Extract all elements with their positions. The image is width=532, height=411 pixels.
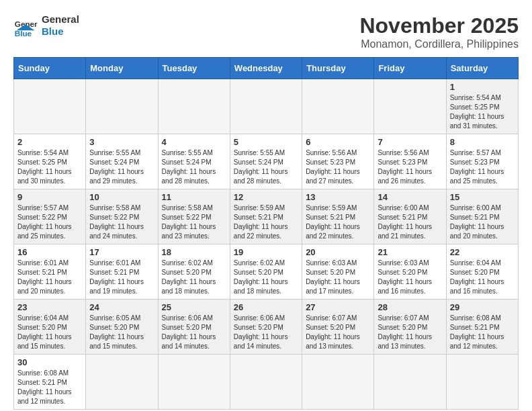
day-info: Sunrise: 5:57 AM Sunset: 5:22 PM Dayligh… bbox=[17, 203, 82, 241]
weekday-header-tuesday: Tuesday bbox=[158, 58, 230, 79]
calendar-cell: 1Sunrise: 5:54 AM Sunset: 5:25 PM Daylig… bbox=[446, 79, 518, 134]
title-section: November 2025 Monamon, Cordillera, Phili… bbox=[359, 13, 519, 50]
day-info: Sunrise: 6:02 AM Sunset: 5:20 PM Dayligh… bbox=[162, 259, 226, 296]
location-subtitle: Monamon, Cordillera, Philippines bbox=[359, 38, 519, 50]
day-number: 13 bbox=[306, 192, 370, 202]
calendar-week-row: 16Sunrise: 6:01 AM Sunset: 5:21 PM Dayli… bbox=[14, 244, 519, 300]
day-number: 2 bbox=[17, 137, 82, 147]
day-number: 20 bbox=[306, 247, 370, 257]
weekday-header-row: SundayMondayTuesdayWednesdayThursdayFrid… bbox=[14, 58, 519, 79]
calendar-cell: 11Sunrise: 5:58 AM Sunset: 5:22 PM Dayli… bbox=[158, 189, 230, 244]
day-info: Sunrise: 5:54 AM Sunset: 5:25 PM Dayligh… bbox=[17, 148, 82, 186]
day-number: 11 bbox=[162, 192, 226, 202]
calendar-cell: 16Sunrise: 6:01 AM Sunset: 5:21 PM Dayli… bbox=[14, 244, 86, 300]
calendar-cell: 28Sunrise: 6:07 AM Sunset: 5:20 PM Dayli… bbox=[374, 300, 446, 355]
day-info: Sunrise: 5:55 AM Sunset: 5:24 PM Dayligh… bbox=[162, 148, 226, 186]
day-info: Sunrise: 6:04 AM Sunset: 5:20 PM Dayligh… bbox=[17, 314, 82, 351]
calendar-cell bbox=[374, 355, 446, 410]
day-number: 9 bbox=[17, 192, 82, 202]
day-number: 10 bbox=[89, 192, 154, 202]
calendar-cell: 27Sunrise: 6:07 AM Sunset: 5:20 PM Dayli… bbox=[302, 300, 374, 355]
day-info: Sunrise: 6:01 AM Sunset: 5:21 PM Dayligh… bbox=[17, 259, 82, 296]
weekday-header-wednesday: Wednesday bbox=[230, 58, 302, 79]
day-info: Sunrise: 5:55 AM Sunset: 5:24 PM Dayligh… bbox=[234, 148, 298, 186]
calendar-week-row: 30Sunrise: 6:08 AM Sunset: 5:21 PM Dayli… bbox=[14, 355, 519, 410]
calendar-cell: 10Sunrise: 5:58 AM Sunset: 5:22 PM Dayli… bbox=[86, 189, 158, 244]
calendar-cell: 15Sunrise: 6:00 AM Sunset: 5:21 PM Dayli… bbox=[446, 189, 518, 244]
calendar-cell: 25Sunrise: 6:06 AM Sunset: 5:20 PM Dayli… bbox=[158, 300, 230, 355]
day-number: 30 bbox=[17, 357, 82, 367]
weekday-header-saturday: Saturday bbox=[446, 58, 518, 79]
day-info: Sunrise: 6:08 AM Sunset: 5:21 PM Dayligh… bbox=[450, 314, 515, 351]
day-number: 23 bbox=[17, 302, 82, 312]
day-number: 1 bbox=[450, 82, 515, 92]
day-info: Sunrise: 6:05 AM Sunset: 5:20 PM Dayligh… bbox=[89, 314, 154, 351]
logo: General Blue General Blue bbox=[13, 13, 79, 38]
calendar-table: SundayMondayTuesdayWednesdayThursdayFrid… bbox=[13, 57, 519, 410]
day-number: 3 bbox=[89, 137, 154, 147]
calendar-cell: 6Sunrise: 5:56 AM Sunset: 5:23 PM Daylig… bbox=[302, 134, 374, 189]
day-number: 27 bbox=[306, 302, 370, 312]
day-number: 8 bbox=[450, 137, 515, 147]
weekday-header-friday: Friday bbox=[374, 58, 446, 79]
day-info: Sunrise: 6:07 AM Sunset: 5:20 PM Dayligh… bbox=[306, 314, 370, 351]
month-title: November 2025 bbox=[359, 13, 519, 38]
day-number: 12 bbox=[234, 192, 298, 202]
day-info: Sunrise: 6:00 AM Sunset: 5:21 PM Dayligh… bbox=[378, 203, 442, 241]
calendar-cell: 4Sunrise: 5:55 AM Sunset: 5:24 PM Daylig… bbox=[158, 134, 230, 189]
calendar-cell bbox=[374, 79, 446, 134]
calendar-cell: 22Sunrise: 6:04 AM Sunset: 5:20 PM Dayli… bbox=[446, 244, 518, 300]
weekday-header-monday: Monday bbox=[86, 58, 158, 79]
day-info: Sunrise: 5:59 AM Sunset: 5:21 PM Dayligh… bbox=[234, 203, 298, 241]
day-info: Sunrise: 6:07 AM Sunset: 5:20 PM Dayligh… bbox=[378, 314, 442, 351]
calendar-cell: 23Sunrise: 6:04 AM Sunset: 5:20 PM Dayli… bbox=[14, 300, 86, 355]
day-number: 15 bbox=[450, 192, 515, 202]
day-number: 17 bbox=[89, 247, 154, 257]
day-info: Sunrise: 6:00 AM Sunset: 5:21 PM Dayligh… bbox=[450, 203, 515, 241]
day-number: 18 bbox=[162, 247, 226, 257]
calendar-cell: 13Sunrise: 5:59 AM Sunset: 5:21 PM Dayli… bbox=[302, 189, 374, 244]
calendar-cell: 18Sunrise: 6:02 AM Sunset: 5:20 PM Dayli… bbox=[158, 244, 230, 300]
calendar-cell bbox=[446, 355, 518, 410]
day-info: Sunrise: 6:01 AM Sunset: 5:21 PM Dayligh… bbox=[89, 259, 154, 296]
day-info: Sunrise: 5:54 AM Sunset: 5:25 PM Dayligh… bbox=[450, 93, 515, 131]
day-info: Sunrise: 6:03 AM Sunset: 5:20 PM Dayligh… bbox=[306, 259, 370, 296]
weekday-header-sunday: Sunday bbox=[14, 58, 86, 79]
day-number: 21 bbox=[378, 247, 442, 257]
day-number: 28 bbox=[378, 302, 442, 312]
calendar-cell bbox=[158, 79, 230, 134]
calendar-cell: 29Sunrise: 6:08 AM Sunset: 5:21 PM Dayli… bbox=[446, 300, 518, 355]
calendar-week-row: 1Sunrise: 5:54 AM Sunset: 5:25 PM Daylig… bbox=[14, 79, 519, 134]
day-number: 24 bbox=[89, 302, 154, 312]
logo-blue-text: Blue bbox=[42, 26, 79, 38]
calendar-cell bbox=[86, 355, 158, 410]
day-number: 16 bbox=[17, 247, 82, 257]
calendar-week-row: 23Sunrise: 6:04 AM Sunset: 5:20 PM Dayli… bbox=[14, 300, 519, 355]
calendar-cell: 5Sunrise: 5:55 AM Sunset: 5:24 PM Daylig… bbox=[230, 134, 302, 189]
calendar-cell bbox=[158, 355, 230, 410]
calendar-cell: 12Sunrise: 5:59 AM Sunset: 5:21 PM Dayli… bbox=[230, 189, 302, 244]
day-number: 26 bbox=[234, 302, 298, 312]
day-number: 4 bbox=[162, 137, 226, 147]
day-number: 22 bbox=[450, 247, 515, 257]
calendar-cell bbox=[230, 79, 302, 134]
logo-general-text: General bbox=[42, 13, 79, 26]
day-info: Sunrise: 6:02 AM Sunset: 5:20 PM Dayligh… bbox=[234, 259, 298, 296]
calendar-cell: 9Sunrise: 5:57 AM Sunset: 5:22 PM Daylig… bbox=[14, 189, 86, 244]
day-info: Sunrise: 6:08 AM Sunset: 5:21 PM Dayligh… bbox=[17, 369, 82, 406]
day-number: 6 bbox=[306, 137, 370, 147]
day-number: 7 bbox=[378, 137, 442, 147]
calendar-cell: 30Sunrise: 6:08 AM Sunset: 5:21 PM Dayli… bbox=[14, 355, 86, 410]
day-info: Sunrise: 5:59 AM Sunset: 5:21 PM Dayligh… bbox=[306, 203, 370, 241]
calendar-cell bbox=[302, 79, 374, 134]
day-info: Sunrise: 6:03 AM Sunset: 5:20 PM Dayligh… bbox=[378, 259, 442, 296]
day-info: Sunrise: 6:06 AM Sunset: 5:20 PM Dayligh… bbox=[234, 314, 298, 351]
day-info: Sunrise: 5:58 AM Sunset: 5:22 PM Dayligh… bbox=[89, 203, 154, 241]
calendar-cell: 7Sunrise: 5:56 AM Sunset: 5:23 PM Daylig… bbox=[374, 134, 446, 189]
calendar-cell bbox=[14, 79, 86, 134]
day-number: 5 bbox=[234, 137, 298, 147]
calendar-cell: 20Sunrise: 6:03 AM Sunset: 5:20 PM Dayli… bbox=[302, 244, 374, 300]
calendar-cell: 26Sunrise: 6:06 AM Sunset: 5:20 PM Dayli… bbox=[230, 300, 302, 355]
calendar-cell bbox=[302, 355, 374, 410]
day-info: Sunrise: 6:04 AM Sunset: 5:20 PM Dayligh… bbox=[450, 259, 515, 296]
